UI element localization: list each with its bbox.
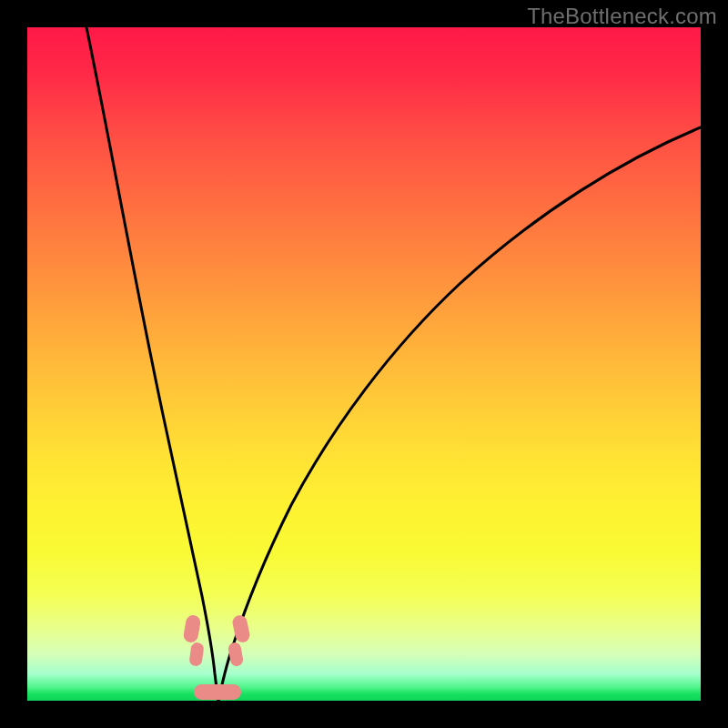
curve-right-branch [218,127,701,701]
chart-frame: TheBottleneck.com [0,0,728,728]
plot-area [27,27,701,701]
watermark-text: TheBottleneck.com [527,4,717,29]
curve-layer [27,27,701,701]
marker-bottom [194,684,241,700]
curve-left-branch [86,27,218,701]
